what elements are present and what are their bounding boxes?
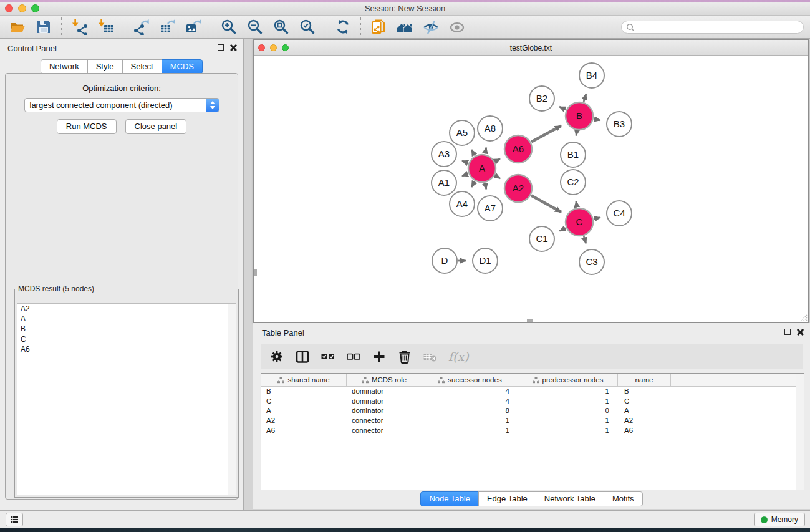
mcds-result-list[interactable]: A2ABCA6 — [17, 303, 236, 495]
edge-A-A7[interactable] — [485, 183, 486, 190]
mcds-result-item[interactable]: A — [17, 314, 236, 324]
mcds-result-item[interactable]: A2 — [17, 304, 236, 314]
node-B[interactable]: B — [566, 102, 593, 130]
edge-A-A4[interactable] — [471, 181, 475, 187]
column-header-shared-name[interactable]: shared name — [261, 374, 347, 386]
node-C2[interactable]: C2 — [561, 170, 586, 195]
cell-name[interactable]: A6 — [618, 426, 671, 436]
edge-B-B1[interactable] — [576, 131, 577, 136]
edge-A-A1[interactable] — [462, 174, 468, 177]
node-A[interactable]: A — [468, 155, 496, 182]
mcds-list-scrollbar[interactable] — [228, 304, 236, 495]
edge-A-A3[interactable] — [462, 161, 468, 163]
cell-mcds-role[interactable]: dominator — [347, 387, 422, 397]
cell-successor-nodes[interactable]: 4 — [422, 397, 518, 407]
cell-predecessor-nodes[interactable]: 1 — [518, 426, 618, 436]
column-header-name[interactable]: name — [618, 374, 671, 386]
run-mcds-button[interactable]: Run MCDS — [57, 119, 117, 134]
split-columns-button[interactable] — [295, 349, 310, 364]
save-session-button[interactable] — [36, 19, 52, 35]
mcds-result-item[interactable]: A6 — [17, 344, 236, 354]
cell-name[interactable]: B — [618, 387, 671, 397]
float-table-panel-icon[interactable] — [784, 329, 791, 335]
mcds-result-item[interactable]: B — [17, 324, 236, 334]
cell-predecessor-nodes[interactable]: 0 — [518, 406, 618, 416]
edge-C-C4[interactable] — [594, 218, 600, 219]
memory-button[interactable]: Memory — [754, 513, 805, 526]
table-row[interactable]: A2connector11A2 — [261, 416, 804, 426]
node-B3[interactable]: B3 — [607, 112, 632, 137]
node-B4[interactable]: B4 — [579, 63, 604, 88]
node-B2[interactable]: B2 — [529, 86, 554, 111]
column-header-successor-nodes[interactable]: successor nodes — [422, 374, 518, 386]
node-A3[interactable]: A3 — [432, 142, 456, 167]
cell-shared-name[interactable]: A6 — [261, 426, 347, 436]
edge-A-A2[interactable] — [495, 176, 500, 179]
cell-name[interactable]: C — [618, 397, 671, 407]
edge-A2-C[interactable] — [531, 196, 561, 213]
import-network-button[interactable] — [71, 19, 87, 35]
node-A6[interactable]: A6 — [504, 135, 532, 163]
cell-successor-nodes[interactable]: 1 — [422, 426, 518, 436]
add-column-button[interactable] — [372, 349, 387, 364]
cell-shared-name[interactable]: A2 — [261, 416, 347, 426]
close-panel-icon[interactable] — [230, 44, 237, 51]
search-input[interactable] — [621, 21, 804, 34]
edge-A-A5[interactable] — [471, 150, 475, 155]
close-table-panel-icon[interactable] — [797, 328, 804, 335]
edge-C-C2[interactable] — [576, 201, 577, 208]
optimization-criterion-select[interactable]: largest connected component (directed) — [24, 98, 219, 112]
tab-edge-table[interactable]: Edge Table — [478, 491, 536, 506]
table-row[interactable]: Bdominator41B — [261, 387, 804, 397]
export-table-button[interactable] — [159, 19, 175, 35]
node-A8[interactable]: A8 — [478, 116, 503, 141]
tab-select[interactable]: Select — [122, 59, 162, 74]
cell-mcds-role[interactable]: dominator — [347, 397, 422, 407]
node-C3[interactable]: C3 — [579, 249, 604, 274]
column-header-predecessor-nodes[interactable]: predecessor nodes — [518, 374, 618, 386]
cell-predecessor-nodes[interactable]: 1 — [518, 387, 618, 397]
cell-successor-nodes[interactable]: 1 — [422, 416, 518, 426]
table-row[interactable]: A6connector11A6 — [261, 426, 804, 436]
table-row[interactable]: Cdominator41C — [261, 397, 804, 407]
export-image-button[interactable] — [185, 19, 201, 35]
node-D[interactable]: D — [432, 248, 457, 273]
import-table-button[interactable] — [97, 19, 113, 35]
edge-A6-B[interactable] — [531, 126, 561, 142]
network-canvas[interactable]: B4B2BB3A8A5A6A3B1AA1C2A2A4A7C4CC1DD1C3 — [254, 56, 808, 322]
cell-name[interactable]: A — [618, 406, 671, 416]
gear-button[interactable] — [269, 349, 284, 364]
node-D1[interactable]: D1 — [473, 248, 498, 273]
node-C1[interactable]: C1 — [529, 226, 554, 251]
node-A4[interactable]: A4 — [450, 191, 475, 216]
edge-C-C3[interactable] — [584, 236, 586, 244]
delete-column-button[interactable] — [397, 349, 412, 364]
eye-button[interactable] — [449, 19, 465, 35]
node-C4[interactable]: C4 — [607, 201, 632, 226]
edge-A-A6[interactable] — [495, 159, 500, 162]
cell-successor-nodes[interactable]: 4 — [422, 387, 518, 397]
float-panel-icon[interactable] — [218, 44, 224, 51]
close-panel-button[interactable]: Close panel — [125, 119, 187, 134]
zoom-out-button[interactable] — [247, 19, 263, 35]
node-A5[interactable]: A5 — [450, 120, 475, 145]
table-scrollbar[interactable] — [796, 374, 804, 490]
tab-style[interactable]: Style — [87, 59, 123, 74]
task-history-button[interactable] — [6, 513, 23, 526]
hide-panel-button[interactable] — [423, 19, 439, 35]
node-A7[interactable]: A7 — [478, 196, 503, 221]
select-all-button[interactable] — [321, 349, 335, 364]
edge-C-C1[interactable] — [559, 228, 566, 231]
node-A2[interactable]: A2 — [504, 175, 532, 202]
tab-motifs[interactable]: Motifs — [604, 491, 643, 506]
cell-shared-name[interactable]: C — [261, 397, 347, 407]
cell-mcds-role[interactable]: connector — [347, 426, 422, 436]
export-network-button[interactable] — [133, 19, 149, 35]
zoom-fit-button[interactable] — [273, 19, 289, 35]
edge-B-B3[interactable] — [594, 119, 600, 120]
function-builder-button[interactable]: f(x) — [448, 349, 469, 364]
cell-successor-nodes[interactable]: 8 — [422, 406, 518, 416]
tab-network-table[interactable]: Network Table — [536, 491, 604, 506]
cell-mcds-role[interactable]: connector — [347, 416, 422, 426]
cell-name[interactable]: A2 — [618, 416, 671, 426]
